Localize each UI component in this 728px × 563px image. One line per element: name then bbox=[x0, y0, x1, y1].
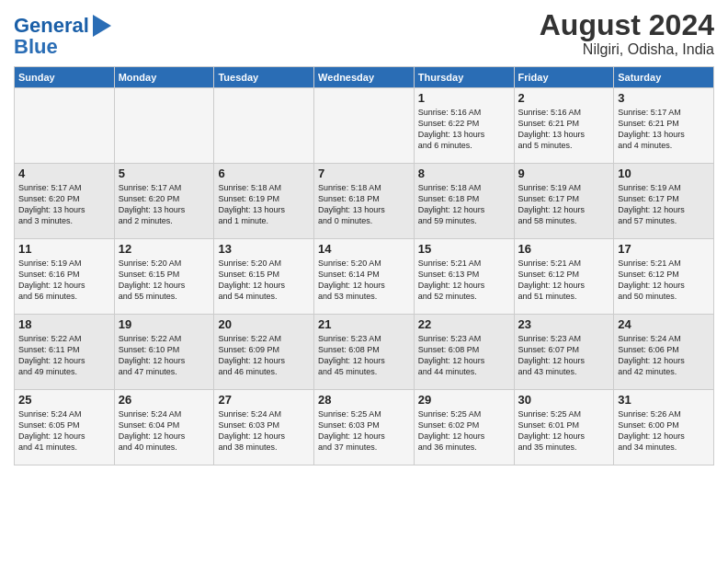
day-number: 29 bbox=[418, 393, 510, 407]
calendar-cell: 28Sunrise: 5:25 AM Sunset: 6:03 PM Dayli… bbox=[314, 390, 415, 465]
day-number: 9 bbox=[518, 167, 610, 180]
calendar-week-row: 18Sunrise: 5:22 AM Sunset: 6:11 PM Dayli… bbox=[15, 315, 714, 390]
day-number: 12 bbox=[119, 242, 210, 256]
day-info: Sunrise: 5:17 AM Sunset: 6:20 PM Dayligh… bbox=[18, 182, 110, 227]
calendar-cell: 27Sunrise: 5:24 AM Sunset: 6:03 PM Dayli… bbox=[214, 390, 314, 465]
day-info: Sunrise: 5:17 AM Sunset: 6:21 PM Dayligh… bbox=[618, 107, 710, 152]
day-number: 7 bbox=[318, 167, 410, 180]
day-number: 11 bbox=[18, 242, 110, 256]
calendar-cell: 15Sunrise: 5:21 AM Sunset: 6:13 PM Dayli… bbox=[414, 239, 514, 315]
day-info: Sunrise: 5:18 AM Sunset: 6:18 PM Dayligh… bbox=[418, 182, 510, 227]
day-info: Sunrise: 5:24 AM Sunset: 6:04 PM Dayligh… bbox=[119, 408, 210, 454]
calendar-cell: 17Sunrise: 5:21 AM Sunset: 6:12 PM Dayli… bbox=[614, 239, 714, 315]
day-number: 3 bbox=[618, 91, 710, 105]
day-info: Sunrise: 5:20 AM Sunset: 6:15 PM Dayligh… bbox=[218, 258, 310, 303]
calendar-cell: 22Sunrise: 5:23 AM Sunset: 6:08 PM Dayli… bbox=[414, 315, 514, 390]
header: General Blue August 2024 Nilgiri, Odisha… bbox=[14, 9, 714, 59]
day-number: 16 bbox=[518, 242, 610, 256]
calendar-cell bbox=[314, 88, 415, 164]
day-number: 27 bbox=[218, 393, 310, 407]
calendar-cell: 14Sunrise: 5:20 AM Sunset: 6:14 PM Dayli… bbox=[314, 239, 415, 315]
calendar-cell: 18Sunrise: 5:22 AM Sunset: 6:11 PM Dayli… bbox=[15, 315, 115, 390]
logo-text: General bbox=[14, 15, 89, 37]
day-info: Sunrise: 5:16 AM Sunset: 6:21 PM Dayligh… bbox=[518, 107, 610, 152]
day-info: Sunrise: 5:21 AM Sunset: 6:12 PM Dayligh… bbox=[618, 258, 710, 303]
calendar-cell: 8Sunrise: 5:18 AM Sunset: 6:18 PM Daylig… bbox=[414, 164, 514, 239]
day-info: Sunrise: 5:23 AM Sunset: 6:08 PM Dayligh… bbox=[418, 333, 510, 378]
weekday-header-tuesday: Tuesday bbox=[214, 67, 314, 88]
weekday-header-row: SundayMondayTuesdayWednesdayThursdayFrid… bbox=[15, 67, 714, 88]
page-title: August 2024 bbox=[540, 9, 714, 41]
calendar-cell: 31Sunrise: 5:26 AM Sunset: 6:00 PM Dayli… bbox=[614, 390, 714, 465]
day-info: Sunrise: 5:21 AM Sunset: 6:13 PM Dayligh… bbox=[418, 258, 510, 303]
day-number: 21 bbox=[318, 317, 410, 331]
day-info: Sunrise: 5:19 AM Sunset: 6:16 PM Dayligh… bbox=[18, 258, 110, 303]
day-number: 19 bbox=[119, 317, 210, 331]
day-info: Sunrise: 5:18 AM Sunset: 6:19 PM Dayligh… bbox=[218, 182, 310, 227]
day-number: 8 bbox=[418, 167, 510, 180]
calendar-cell: 25Sunrise: 5:24 AM Sunset: 6:05 PM Dayli… bbox=[15, 390, 115, 465]
title-block: August 2024 Nilgiri, Odisha, India bbox=[540, 9, 714, 58]
day-info: Sunrise: 5:23 AM Sunset: 6:07 PM Dayligh… bbox=[518, 333, 610, 378]
calendar-cell: 1Sunrise: 5:16 AM Sunset: 6:22 PM Daylig… bbox=[414, 88, 514, 164]
day-info: Sunrise: 5:20 AM Sunset: 6:15 PM Dayligh… bbox=[119, 258, 210, 303]
calendar-cell: 29Sunrise: 5:25 AM Sunset: 6:02 PM Dayli… bbox=[414, 390, 514, 465]
day-number: 30 bbox=[518, 393, 610, 407]
day-info: Sunrise: 5:19 AM Sunset: 6:17 PM Dayligh… bbox=[618, 182, 710, 227]
calendar-week-row: 4Sunrise: 5:17 AM Sunset: 6:20 PM Daylig… bbox=[15, 164, 714, 239]
calendar-cell: 26Sunrise: 5:24 AM Sunset: 6:04 PM Dayli… bbox=[114, 390, 214, 465]
calendar-cell: 7Sunrise: 5:18 AM Sunset: 6:18 PM Daylig… bbox=[314, 164, 415, 239]
calendar-cell: 10Sunrise: 5:19 AM Sunset: 6:17 PM Dayli… bbox=[614, 164, 714, 239]
day-number: 4 bbox=[18, 167, 110, 180]
calendar-cell: 16Sunrise: 5:21 AM Sunset: 6:12 PM Dayli… bbox=[514, 239, 614, 315]
calendar-cell bbox=[114, 88, 214, 164]
day-info: Sunrise: 5:25 AM Sunset: 6:02 PM Dayligh… bbox=[418, 408, 510, 454]
calendar-week-row: 1Sunrise: 5:16 AM Sunset: 6:22 PM Daylig… bbox=[15, 88, 714, 164]
day-info: Sunrise: 5:16 AM Sunset: 6:22 PM Dayligh… bbox=[418, 107, 510, 152]
calendar-cell: 6Sunrise: 5:18 AM Sunset: 6:19 PM Daylig… bbox=[214, 164, 314, 239]
page-container: General Blue August 2024 Nilgiri, Odisha… bbox=[0, 0, 728, 470]
day-number: 18 bbox=[18, 317, 110, 331]
calendar-cell: 20Sunrise: 5:22 AM Sunset: 6:09 PM Dayli… bbox=[214, 315, 314, 390]
page-subtitle: Nilgiri, Odisha, India bbox=[540, 41, 714, 58]
day-number: 10 bbox=[618, 167, 710, 180]
calendar-week-row: 11Sunrise: 5:19 AM Sunset: 6:16 PM Dayli… bbox=[15, 239, 714, 315]
calendar-cell: 19Sunrise: 5:22 AM Sunset: 6:10 PM Dayli… bbox=[114, 315, 214, 390]
calendar-cell bbox=[214, 88, 314, 164]
svg-marker-0 bbox=[93, 15, 111, 37]
calendar-cell: 5Sunrise: 5:17 AM Sunset: 6:20 PM Daylig… bbox=[114, 164, 214, 239]
day-info: Sunrise: 5:25 AM Sunset: 6:03 PM Dayligh… bbox=[318, 408, 410, 454]
calendar-cell: 23Sunrise: 5:23 AM Sunset: 6:07 PM Dayli… bbox=[514, 315, 614, 390]
day-number: 15 bbox=[418, 242, 510, 256]
calendar-cell: 11Sunrise: 5:19 AM Sunset: 6:16 PM Dayli… bbox=[15, 239, 115, 315]
day-number: 2 bbox=[518, 91, 610, 105]
day-info: Sunrise: 5:24 AM Sunset: 6:05 PM Dayligh… bbox=[18, 408, 110, 454]
weekday-header-sunday: Sunday bbox=[15, 67, 115, 88]
calendar-cell: 9Sunrise: 5:19 AM Sunset: 6:17 PM Daylig… bbox=[514, 164, 614, 239]
calendar-cell: 2Sunrise: 5:16 AM Sunset: 6:21 PM Daylig… bbox=[514, 88, 614, 164]
day-number: 20 bbox=[218, 317, 310, 331]
day-info: Sunrise: 5:26 AM Sunset: 6:00 PM Dayligh… bbox=[618, 408, 710, 454]
day-info: Sunrise: 5:25 AM Sunset: 6:01 PM Dayligh… bbox=[518, 408, 610, 454]
logo: General Blue bbox=[14, 13, 113, 59]
day-info: Sunrise: 5:21 AM Sunset: 6:12 PM Dayligh… bbox=[518, 258, 610, 303]
calendar-cell: 4Sunrise: 5:17 AM Sunset: 6:20 PM Daylig… bbox=[15, 164, 115, 239]
day-number: 31 bbox=[618, 393, 710, 407]
day-info: Sunrise: 5:20 AM Sunset: 6:14 PM Dayligh… bbox=[318, 258, 410, 303]
day-info: Sunrise: 5:18 AM Sunset: 6:18 PM Dayligh… bbox=[318, 182, 410, 227]
calendar-cell: 3Sunrise: 5:17 AM Sunset: 6:21 PM Daylig… bbox=[614, 88, 714, 164]
day-number: 5 bbox=[119, 167, 210, 180]
day-number: 25 bbox=[18, 393, 110, 407]
day-number: 6 bbox=[218, 167, 310, 180]
day-info: Sunrise: 5:23 AM Sunset: 6:08 PM Dayligh… bbox=[318, 333, 410, 378]
day-number: 1 bbox=[418, 91, 510, 105]
day-info: Sunrise: 5:24 AM Sunset: 6:06 PM Dayligh… bbox=[618, 333, 710, 378]
day-number: 26 bbox=[119, 393, 210, 407]
calendar-table: SundayMondayTuesdayWednesdayThursdayFrid… bbox=[14, 66, 714, 465]
weekday-header-wednesday: Wednesday bbox=[314, 67, 415, 88]
day-number: 23 bbox=[518, 317, 610, 331]
calendar-week-row: 25Sunrise: 5:24 AM Sunset: 6:05 PM Dayli… bbox=[15, 390, 714, 465]
weekday-header-friday: Friday bbox=[514, 67, 614, 88]
calendar-cell: 30Sunrise: 5:25 AM Sunset: 6:01 PM Dayli… bbox=[514, 390, 614, 465]
calendar-cell: 24Sunrise: 5:24 AM Sunset: 6:06 PM Dayli… bbox=[614, 315, 714, 390]
